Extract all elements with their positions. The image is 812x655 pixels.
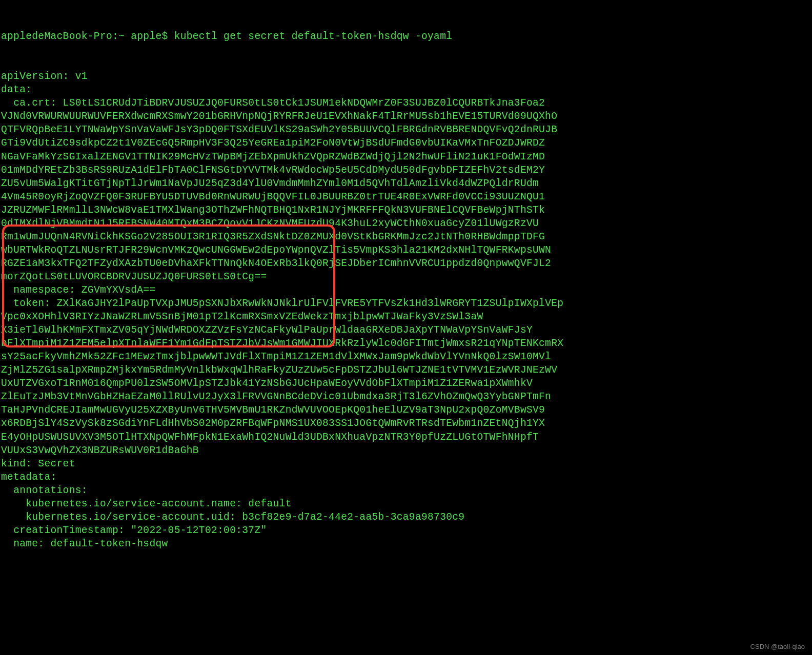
- output-line: kubernetes.io/service-account.name: defa…: [1, 497, 812, 510]
- output-line: Rm1wUmJUQnN4RVNiCkhKSGo2V285OUI3R1RIQ3R5…: [1, 230, 812, 243]
- output-line: QTFVRQpBeE1LYTNWaWpYSnVaVaWFJsY3pDQ0FTSX…: [1, 123, 812, 136]
- output-line: 4Vm45R0oyRjZoQVZFQ0F3RUFBYU5DTUVBd0RnWUR…: [1, 190, 812, 203]
- output-line: kubernetes.io/service-account.uid: b3cf8…: [1, 510, 812, 524]
- terminal-output[interactable]: appledeMacBook-Pro:~ apple$ kubectl get …: [0, 0, 812, 564]
- output-line: token: ZXlKaGJHY2lPaUpTVXpJMU5pSXNJbXRwW…: [1, 297, 812, 310]
- output-line: 01mMDdYREtZb3BsRS9RUzA1dElFbTA0ClFNSGtDY…: [1, 163, 812, 177]
- output-line: ZU5vUm5WalgKTitGTjNpTlJrWm1NaVpJU25qZ3d4…: [1, 177, 812, 190]
- output-line: creationTimestamp: "2022-05-12T02:00:37Z…: [1, 524, 812, 537]
- output-line: JZRUZMWFlRMmllL3NWcW8vaE1TMXlWang3OThZWF…: [1, 203, 812, 217]
- output-line: bFlXTmpiM1Z1ZEM5elpXTnlaWFF1Ym1GdFpTSTZJ…: [1, 337, 812, 350]
- output-line: UxUTZVGxoT1RnM016QmpPU0lzSW5OMVlpSTZJbk4…: [1, 377, 812, 390]
- output-line: x6RDBjSlY4SzVySk8zSGdiYnFLdHhVbS02M0pZRF…: [1, 417, 812, 430]
- output-line: wbURTWkRoQTZLNUsrRTJFR29WcnVMKzQwcUNGGWE…: [1, 243, 812, 257]
- output-line: metadata:: [1, 470, 812, 484]
- output-line: namespace: ZGVmYXVsdA==: [1, 283, 812, 297]
- output-line: kind: Secret: [1, 457, 812, 470]
- output-line: name: default-token-hsdqw: [1, 537, 812, 550]
- output-line: ZjMlZ5ZG1salpXRmpZMjkxYm5RdmMyVnlkbWxqWl…: [1, 363, 812, 377]
- output-lines: apiVersion: v1data: ca.crt: LS0tLS1CRUdJ…: [1, 70, 812, 550]
- output-line: TaHJPVndCREJIamMwUGVyU25XZXByUnV6THV5MVB…: [1, 403, 812, 417]
- prompt-line: appledeMacBook-Pro:~ apple$ kubectl get …: [1, 30, 812, 43]
- output-line: annotations:: [1, 484, 812, 497]
- output-line: apiVersion: v1: [1, 70, 812, 83]
- output-line: E4yOHpUSWUSUVXV3M5OTlHTXNpQWFhMFpkN1ExaW…: [1, 431, 812, 444]
- output-line: Vpc0xXOHhlV3RIYzJNaWZRLmV5SnBjM01pT2lKcm…: [1, 310, 812, 323]
- output-line: data:: [1, 83, 812, 96]
- output-line: ca.crt: LS0tLS1CRUdJTiBDRVJUSUZJQ0FURS0t…: [1, 96, 812, 110]
- output-line: GTi9VdUtiZC9sdkpCZ2t1V0ZEcGQ5RmpHV3F3Q25…: [1, 136, 812, 150]
- output-line: VJNd0VRWURWUURWUVFERXdwcmRXSmwY201bGRHVn…: [1, 110, 812, 123]
- output-line: RGZE1aM3kxTFQ2TFZydXAzbTU0eDVhaXFkTTNnQk…: [1, 257, 812, 270]
- output-line: NGaVFaMkYzSGIxalZENGV1TTNIK29McHVzTWpBMj…: [1, 150, 812, 163]
- output-line: sY25acFkyVmhZMk52ZFc1MEwzTmxjblpwWWTJVdF…: [1, 350, 812, 363]
- watermark: CSDN @taoli-qiao: [750, 642, 805, 651]
- output-line: morZQotLS0tLUVORCBDRVJUSUZJQ0FURS0tLS0tC…: [1, 270, 812, 283]
- output-line: VUUxS3VwQVhZX3NBZURsWUV0R1dBaGhB: [1, 444, 812, 457]
- output-line: ZlEuTzJMb3VtMnVGbHZHaEZaM0llRUlvU2JyX3lF…: [1, 390, 812, 403]
- output-line: X3ieTl6WlhKMmFXTmxZV05qYjNWdWRDOXZZVzFsY…: [1, 323, 812, 337]
- output-line: 0dIMXdlNjVBMmdtN1J5RFBSNW40MTQxM3BCZQovV…: [1, 217, 812, 230]
